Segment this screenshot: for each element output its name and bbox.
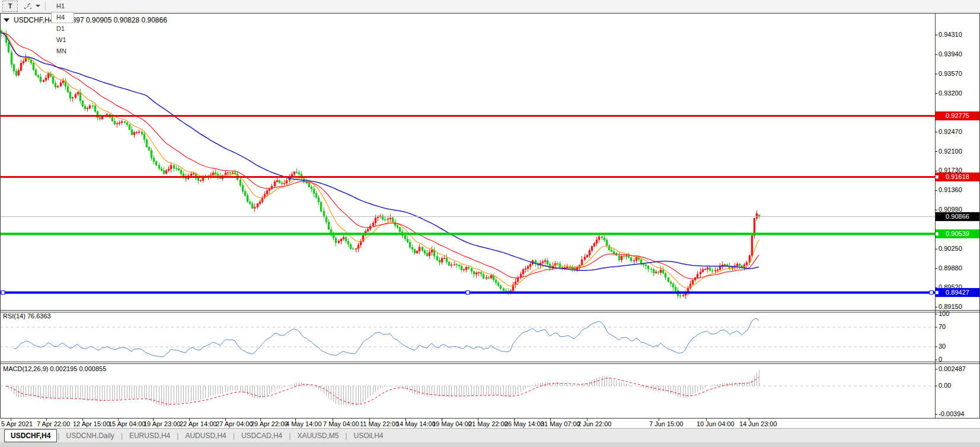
line-handle[interactable]	[466, 290, 470, 294]
time-axis: 5 Apr 20217 Apr 22:0012 Apr 15:0015 Apr …	[0, 419, 935, 428]
chart-tab-usoil[interactable]: USOil,H4	[348, 430, 390, 442]
price-axis-label: 0.92100	[938, 148, 962, 155]
chart-title: USDCHF,H4 0.90897 0.90905 0.90828 0.9086…	[4, 16, 172, 24]
time-axis-label: 19 May 04:00	[432, 420, 472, 427]
chart-tab-eurusd[interactable]: EURUSD,H4	[123, 430, 176, 442]
chart-tab-usdcnh[interactable]: USDCNH,Daily	[60, 430, 120, 442]
time-axis-label: 14 May 14:00	[396, 420, 436, 427]
price-axis-label: 0.92470	[938, 128, 962, 135]
macd-axis-label: -0.00394	[938, 410, 964, 417]
price-tag-text: 0.90539	[946, 230, 969, 237]
price-axis-label: 0.90990	[938, 206, 962, 213]
toolbar-separator	[45, 2, 47, 11]
rsi-axis-label: 70	[938, 323, 946, 330]
price-tag-text: 0.90866	[946, 213, 969, 220]
symbol-dropdown-icon[interactable]	[4, 18, 9, 22]
timeframe-button-w1[interactable]: W1	[51, 34, 74, 46]
rsi-indicator-label: RSI(14) 76.6363	[3, 312, 51, 320]
chart-tab-bar: USDCHF,H4|USDCNH,Daily|EURUSD,H4|AUDUSD,…	[0, 428, 980, 442]
time-axis-label: 5 Apr 2021	[1, 420, 33, 427]
time-axis-label: 4 May 14:00	[286, 420, 322, 427]
text-tool-button[interactable]: T	[2, 1, 18, 12]
chart-tab-usdcad[interactable]: USDCAD,H4	[235, 430, 288, 442]
time-axis-label: 27 Apr 04:00	[216, 420, 253, 427]
time-axis-label: 12 Apr 15:00	[73, 420, 110, 427]
time-axis-label: 15 Apr 04:00	[108, 420, 145, 427]
time-axis-label: 10 Jun 04:00	[697, 420, 735, 427]
time-axis-label: 7 Apr 22:00	[37, 420, 70, 427]
time-axis-label: 7 May 04:00	[323, 420, 359, 427]
price-axis-label: 0.93940	[938, 50, 962, 58]
status-strip	[0, 442, 980, 447]
time-axis-label: 26 May 14:00	[505, 420, 544, 427]
arrows-tool-button[interactable]	[23, 1, 34, 11]
price-axis-label: 0.89150	[938, 303, 962, 310]
timeframe-button-mn[interactable]: MN	[51, 46, 74, 57]
price-axis-label: 0.93200	[938, 90, 962, 97]
rsi-axis-label: 30	[938, 343, 946, 350]
price-axis-label: 0.89880	[938, 264, 962, 272]
time-axis-label: 29 Apr 22:00	[251, 420, 288, 427]
chart-title-ohlc: 0.90897 0.90905 0.90828 0.90866	[58, 16, 167, 24]
time-axis-label: 7 Jun 15:00	[649, 420, 684, 427]
time-axis-label: 11 May 22:00	[360, 420, 399, 427]
chevron-down-icon[interactable]	[36, 5, 40, 7]
macd-axis-label: 0.00	[938, 382, 951, 389]
price-tag-text: 0.92775	[946, 112, 969, 119]
line-handle[interactable]	[1, 290, 5, 294]
time-axis-label: 22 Apr 14:00	[180, 420, 216, 427]
timeframe-button-group: M1M5M15M30H1H4D1W1MN	[51, 0, 74, 57]
timeframe-button-d1[interactable]: D1	[51, 23, 74, 34]
main-toolbar: T M1M5M15M30H1H4D1W1MN	[0, 0, 980, 12]
time-axis-label: 19 Apr 23:00	[143, 420, 180, 427]
chart-tab-usdchf[interactable]: USDCHF,H4	[4, 429, 57, 442]
rsi-axis-label: 100	[938, 310, 949, 317]
price-tag-text: 0.91618	[946, 173, 969, 180]
chart-tab-audusd[interactable]: AUDUSD,H4	[179, 430, 232, 442]
price-axis-label: 0.90250	[938, 245, 962, 252]
chart-tab-xauusd[interactable]: XAUUSD,M5	[291, 430, 344, 442]
macd-axis-label: 0.002487	[938, 365, 966, 372]
price-axis-label: 0.94310	[938, 31, 962, 38]
time-axis-label: 31 May 07:00	[541, 420, 580, 427]
chart-title-symbol: USDCHF,H4	[14, 16, 53, 24]
time-axis-label: 14 Jun 23:00	[739, 420, 777, 427]
price-axis-label: 0.93570	[938, 70, 962, 77]
price-tag-text: 0.89427	[946, 289, 969, 296]
time-axis-label: 2 Jun 22:00	[577, 420, 612, 427]
timeframe-button-h1[interactable]: H1	[51, 1, 74, 12]
time-axis-label: 21 May 22:00	[468, 420, 508, 427]
macd-indicator-label: MACD(12,26,9) 0.002195 0.000855	[3, 365, 106, 372]
timeframe-button-h4[interactable]: H4	[51, 12, 74, 23]
arrows-tool-icon	[24, 2, 33, 10]
price-axis-label: 0.91360	[938, 186, 962, 193]
chart-canvas: 0.943100.939400.935700.932000.924700.921…	[0, 0, 980, 447]
line-handle[interactable]	[930, 290, 933, 294]
